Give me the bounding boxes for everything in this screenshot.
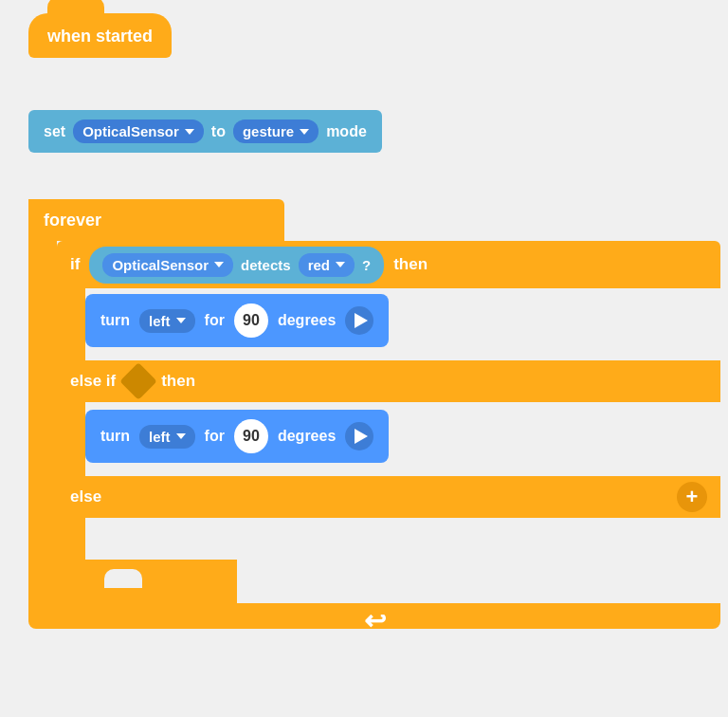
play-button-1[interactable] [345, 306, 373, 335]
dropdown-arrow-icon-3 [214, 262, 224, 267]
play-arrow-icon-2 [355, 429, 368, 444]
set-block[interactable]: set OpticalSensor to gesture mode [28, 110, 382, 153]
gesture-dropdown[interactable]: gesture [233, 120, 318, 143]
puzzle-notch [104, 569, 142, 588]
to-label: to [211, 123, 226, 140]
if-block-bottom [57, 603, 720, 615]
dropdown-arrow-icon-6 [176, 433, 186, 439]
set-label: set [44, 123, 65, 140]
when-started-block[interactable]: when started [28, 13, 172, 58]
if-block-row[interactable]: if OpticalSensor detects red ? then [57, 241, 720, 288]
detects-label: detects [241, 257, 291, 273]
then-label-1: then [393, 255, 428, 274]
turn-label-1: turn [100, 312, 130, 329]
else-if-label: else if [70, 372, 116, 391]
when-started-label: when started [47, 27, 153, 46]
dropdown-arrow-icon [185, 129, 194, 135]
diamond-condition[interactable] [119, 362, 157, 400]
else-label: else [70, 487, 101, 506]
for-label-2: for [205, 428, 225, 445]
play-arrow-icon-1 [355, 313, 368, 328]
direction-dropdown-2[interactable]: left [139, 425, 195, 449]
degrees-input-2[interactable]: 90 [234, 419, 268, 453]
color-dropdown[interactable]: red [299, 253, 355, 277]
forever-label: forever [44, 211, 101, 230]
forever-top-bar: forever [28, 199, 284, 241]
degrees-label-2: degrees [278, 428, 336, 445]
forever-left-wall [28, 199, 57, 626]
degrees-label-1: degrees [278, 312, 336, 329]
then-label-2: then [161, 372, 195, 391]
plus-icon: + [686, 485, 699, 509]
turn-label-2: turn [100, 428, 130, 445]
scratch-workspace: when started set OpticalSensor to gestur… [0, 0, 728, 717]
for-label-1: for [205, 312, 225, 329]
if-condition[interactable]: OpticalSensor detects red ? [89, 247, 384, 284]
dropdown-arrow-icon-2 [300, 129, 309, 135]
else-left-wall [57, 518, 85, 613]
dropdown-arrow-icon-5 [176, 318, 186, 323]
turn-block-2[interactable]: turn left for 90 degrees [85, 410, 389, 463]
else-if-row[interactable]: else if then [57, 360, 720, 402]
optical-sensor-dropdown-2[interactable]: OpticalSensor [102, 253, 233, 277]
if-label: if [70, 255, 80, 274]
else-add-button[interactable]: + [677, 482, 707, 512]
direction-dropdown-1[interactable]: left [139, 309, 195, 333]
else-row[interactable]: else + [57, 476, 720, 518]
optical-sensor-dropdown-1[interactable]: OpticalSensor [73, 120, 204, 143]
play-button-2[interactable] [345, 422, 373, 450]
question-mark: ? [362, 257, 371, 273]
degrees-input-1[interactable]: 90 [234, 303, 268, 338]
dropdown-arrow-icon-4 [336, 262, 345, 267]
mode-label: mode [326, 123, 367, 140]
turn-block-1[interactable]: turn left for 90 degrees [85, 294, 389, 347]
